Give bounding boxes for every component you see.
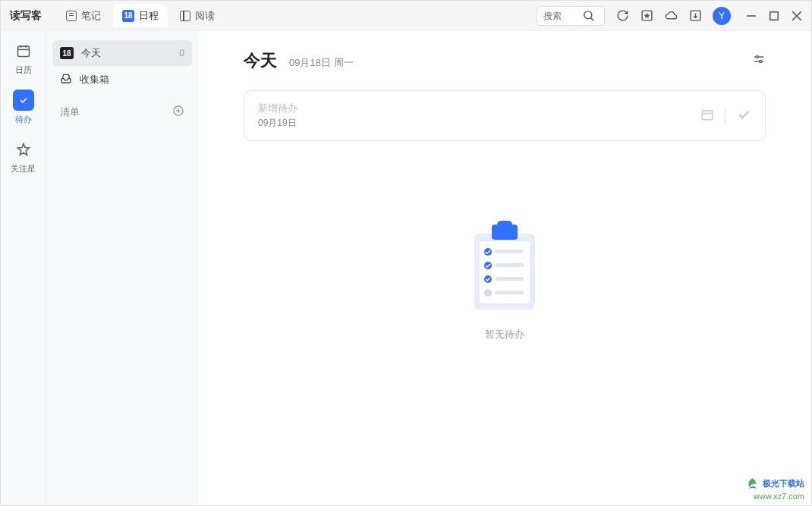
svg-point-0	[584, 11, 591, 19]
svg-rect-34	[495, 291, 524, 294]
rail-todo[interactable]: 待办	[13, 90, 34, 125]
settings-icon[interactable]	[752, 52, 766, 69]
rail-calendar[interactable]: 日历	[13, 40, 34, 76]
confirm-icon[interactable]	[736, 107, 751, 125]
new-todo-card[interactable]: 新增待办 09月19日	[244, 90, 766, 141]
import-icon[interactable]	[688, 9, 702, 23]
search-box[interactable]	[537, 6, 605, 26]
maximize-button[interactable]	[769, 11, 779, 21]
sidebar-item-today[interactable]: 18 今天 0	[52, 40, 192, 66]
calendar-icon	[13, 40, 34, 61]
rail-star-label: 关注星	[11, 163, 36, 174]
date-picker-icon[interactable]	[700, 108, 714, 124]
svg-point-33	[484, 289, 492, 297]
top-bar: 读写客 笔记 18 日程 阅读	[1, 1, 811, 31]
svg-rect-8	[17, 46, 29, 56]
sidebar: 18 今天 0 收集箱 清单	[46, 31, 198, 505]
sync-icon[interactable]	[615, 9, 629, 23]
page-title: 今天	[244, 49, 277, 72]
tab-notes-label: 笔记	[81, 9, 101, 23]
sidebar-today-count: 0	[179, 48, 184, 58]
notes-icon	[66, 11, 77, 21]
tab-schedule-label: 日程	[139, 9, 159, 23]
todo-icon	[13, 90, 34, 111]
svg-rect-21	[702, 110, 713, 119]
todo-placeholder: 新增待办	[258, 102, 700, 115]
close-button[interactable]	[792, 11, 802, 21]
cloud-icon[interactable]	[664, 9, 678, 23]
avatar[interactable]: Y	[713, 7, 731, 25]
svg-line-1	[590, 18, 593, 20]
rail-star[interactable]: 关注星	[11, 139, 36, 174]
sidebar-inbox-label: 收集箱	[80, 73, 109, 86]
watermark-logo-icon	[745, 477, 759, 491]
search-icon[interactable]	[581, 9, 595, 23]
search-input[interactable]	[543, 11, 581, 21]
clipboard-empty-icon	[463, 217, 546, 316]
tab-schedule[interactable]: 18 日程	[113, 5, 168, 27]
svg-rect-28	[495, 250, 524, 253]
svg-rect-5	[770, 11, 779, 20]
watermark-line2: www.xz7.com	[745, 491, 804, 501]
inbox-icon	[60, 72, 72, 86]
main-content: 今天 09月18日 周一 新增待办 09月19日	[198, 31, 811, 505]
app-name: 读写客	[10, 9, 42, 23]
svg-rect-32	[495, 277, 524, 281]
svg-rect-12	[17, 95, 29, 106]
date-badge-icon: 18	[60, 47, 74, 59]
page-date: 09月18日 周一	[289, 56, 354, 70]
main-tabs: 笔记 18 日程 阅读	[57, 5, 224, 27]
book-icon	[180, 11, 190, 21]
star-box-icon[interactable]	[640, 9, 653, 23]
svg-point-19	[756, 56, 758, 58]
star-icon	[13, 139, 34, 160]
watermark: 极光下载站 www.xz7.com	[745, 477, 804, 501]
watermark-line1: 极光下载站	[763, 479, 804, 488]
minimize-button[interactable]	[746, 11, 757, 21]
tab-read[interactable]: 阅读	[171, 5, 224, 27]
rail-calendar-label: 日历	[15, 64, 32, 76]
tab-read-label: 阅读	[195, 9, 215, 23]
add-list-button[interactable]	[172, 105, 184, 119]
empty-state: 暂无待办	[244, 217, 766, 341]
todo-sub-date: 09月19日	[258, 117, 700, 130]
svg-rect-30	[495, 263, 524, 267]
left-rail: 日历 待办 关注星	[1, 31, 46, 505]
calendar-date-icon: 18	[122, 10, 134, 22]
svg-point-20	[760, 61, 762, 63]
divider	[725, 108, 725, 124]
sidebar-today-label: 今天	[81, 46, 101, 60]
sidebar-item-inbox[interactable]: 收集箱	[52, 66, 192, 93]
svg-rect-26	[497, 221, 512, 228]
rail-todo-label: 待办	[15, 114, 32, 125]
tab-notes[interactable]: 笔记	[57, 5, 110, 27]
empty-text: 暂无待办	[485, 328, 524, 341]
svg-marker-13	[17, 144, 29, 156]
section-list-label: 清单	[60, 105, 80, 119]
sidebar-section-lists: 清单	[52, 99, 192, 125]
